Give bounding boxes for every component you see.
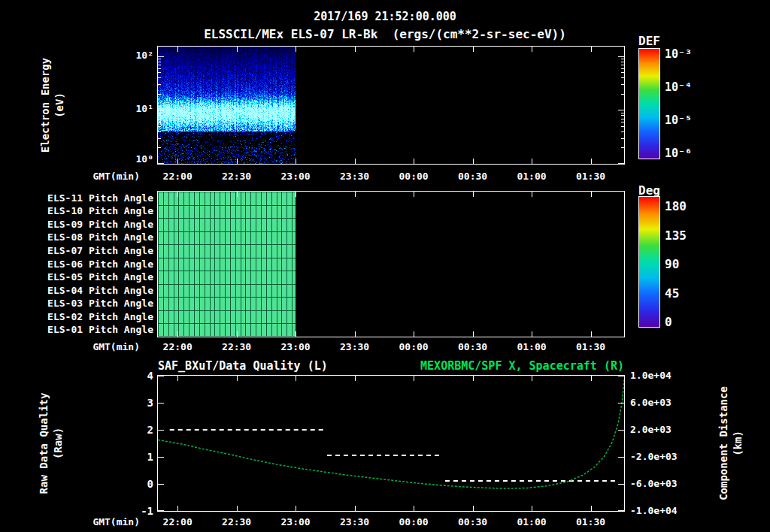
deg-colorbar-tick: 180 bbox=[665, 199, 687, 213]
time-tick-label: 01:30 bbox=[570, 171, 612, 182]
time-tick-label: 23:00 bbox=[274, 516, 317, 527]
time-tick-label: 22:30 bbox=[216, 341, 258, 352]
pitch-row-label: ELS-06 Pitch Angle bbox=[0, 258, 153, 270]
time-tick-label: 01:30 bbox=[570, 516, 612, 527]
time-tick-label: 22:00 bbox=[156, 516, 199, 527]
distance-tick-label: -2.0e+03 bbox=[630, 451, 678, 462]
distance-axis-label-line2: (km) bbox=[731, 353, 745, 532]
distance-tick-label: 6.0e+03 bbox=[630, 397, 671, 408]
timestamp-title: 2017/169 21:52:00.000 bbox=[0, 10, 770, 23]
energy-tick-label: 10¹ bbox=[0, 103, 153, 114]
time-tick-label: 01:00 bbox=[511, 516, 553, 527]
energy-tick-label: 10⁰ bbox=[0, 153, 153, 165]
time-tick-label: 00:00 bbox=[393, 516, 435, 527]
time-tick-label: 00:00 bbox=[393, 171, 435, 182]
energy-tick-label: 10² bbox=[0, 50, 153, 61]
time-tick-label: 22:30 bbox=[216, 171, 258, 182]
quality-tick-label: 4 bbox=[0, 370, 153, 382]
distance-tick-label: -1.0e+04 bbox=[630, 505, 678, 516]
distance-tick-label: 2.0e+03 bbox=[630, 424, 671, 435]
time-tick-label: 23:00 bbox=[274, 341, 317, 352]
pitch-row-label: ELS-09 Pitch Angle bbox=[0, 219, 153, 230]
time-axis-label-3: GMT(min) bbox=[0, 516, 140, 527]
pitch-row-label: ELS-04 Pitch Angle bbox=[0, 285, 153, 296]
def-colorbar-tick: 10⁻⁶ bbox=[665, 147, 692, 160]
quality-tick-label: 1 bbox=[0, 451, 153, 463]
time-axis-label-2: GMT(min) bbox=[0, 341, 140, 352]
quality-tick-label: 0 bbox=[0, 478, 153, 490]
time-tick-label: 00:00 bbox=[393, 341, 435, 352]
pitch-row-label: ELS-10 Pitch Angle bbox=[0, 205, 153, 216]
spacecraft-series-title: MEXORBMC/SPF X, Spacecraft (R) bbox=[420, 359, 624, 373]
def-colorbar-title: DEF bbox=[638, 34, 660, 48]
deg-colorbar bbox=[639, 197, 659, 327]
distance-axis-label-line1: Component Distance bbox=[717, 353, 731, 532]
time-tick-label: 01:30 bbox=[570, 341, 612, 352]
pitch-row-label: ELS-11 Pitch Angle bbox=[0, 192, 153, 204]
def-colorbar-tick: 10⁻⁴ bbox=[665, 80, 692, 94]
time-tick-label: 23:30 bbox=[334, 341, 376, 352]
time-tick-label: 22:00 bbox=[156, 171, 199, 182]
pitch-row-label: ELS-02 Pitch Angle bbox=[0, 311, 153, 322]
quality-series-title: SAF_BXuT/Data Quality (L) bbox=[158, 359, 328, 373]
quality-tick-label: 2 bbox=[0, 424, 153, 436]
quality-tick-label: 3 bbox=[0, 397, 153, 409]
pitch-row-label: ELS-03 Pitch Angle bbox=[0, 298, 153, 309]
time-tick-label: 23:30 bbox=[334, 171, 376, 182]
pitch-row-label: ELS-01 Pitch Angle bbox=[0, 324, 153, 335]
pitch-row-label: ELS-07 Pitch Angle bbox=[0, 245, 153, 256]
quality-distance-canvas bbox=[158, 376, 624, 511]
time-axis-label-1: GMT(min) bbox=[0, 171, 140, 182]
time-tick-label: 23:30 bbox=[334, 516, 376, 527]
distance-axis-label: Component Distance (km) bbox=[717, 353, 745, 532]
time-tick-label: 22:30 bbox=[216, 516, 258, 527]
pitch-angle-canvas bbox=[158, 192, 624, 337]
deg-colorbar-tick: 90 bbox=[665, 257, 679, 271]
time-tick-label: 00:30 bbox=[452, 171, 494, 182]
quality-distance-panel bbox=[158, 376, 624, 511]
deg-colorbar-title: Deg bbox=[638, 183, 660, 198]
deg-colorbar-tick: 0 bbox=[665, 315, 672, 329]
spectrogram-panel bbox=[158, 47, 624, 164]
time-tick-label: 00:30 bbox=[452, 341, 494, 352]
def-colorbar-tick: 10⁻⁵ bbox=[665, 113, 692, 127]
els-quicklook-window: 2017/169 21:52:00.000 ELSSCIL/MEx ELS-07… bbox=[0, 0, 770, 532]
time-tick-label: 01:00 bbox=[511, 341, 553, 352]
deg-colorbar-tick: 135 bbox=[665, 228, 687, 243]
time-tick-label: 01:00 bbox=[511, 171, 553, 182]
def-colorbar-tick: 10⁻³ bbox=[665, 47, 692, 61]
deg-colorbar-tick: 45 bbox=[665, 286, 679, 301]
def-colorbar bbox=[639, 49, 659, 159]
distance-tick-label: 1.0e+04 bbox=[630, 370, 671, 381]
spectrogram-canvas bbox=[158, 47, 624, 164]
pitch-row-label: ELS-05 Pitch Angle bbox=[0, 271, 153, 283]
pitch-angle-panel bbox=[158, 192, 624, 337]
time-tick-label: 23:00 bbox=[274, 171, 317, 182]
distance-tick-label: -6.0e+03 bbox=[630, 478, 678, 489]
time-tick-label: 22:00 bbox=[156, 341, 199, 352]
time-tick-label: 00:30 bbox=[452, 516, 494, 527]
pitch-row-label: ELS-08 Pitch Angle bbox=[0, 231, 153, 243]
quality-tick-label: -1 bbox=[0, 505, 153, 517]
